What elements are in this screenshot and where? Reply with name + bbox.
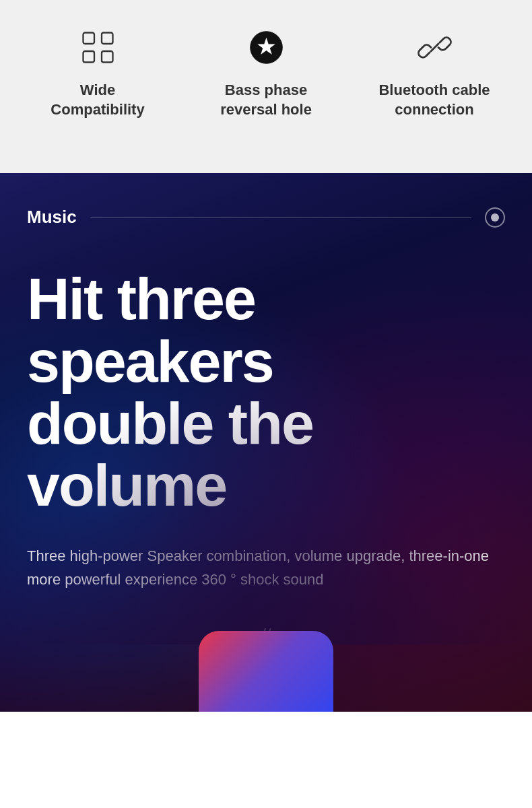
svg-rect-0: [83, 32, 94, 44]
music-header: Music: [27, 207, 505, 228]
features-grid: Wide Compatibility Bass phase reversal h…: [0, 0, 532, 146]
feature-bluetooth-cable: Bluetooth cable connection: [350, 13, 519, 133]
headline-line1: Hit three speakers: [27, 268, 505, 393]
music-divider-line: [90, 217, 471, 217]
link-chain-icon: [414, 27, 455, 67]
description-text: Three high-power Speaker combination, vo…: [27, 544, 498, 591]
wide-compatibility-label: Wide Compatibility: [51, 81, 144, 119]
svg-rect-2: [83, 51, 94, 63]
product-image-area: [199, 631, 333, 712]
main-headline: Hit three speakers double the volume: [27, 268, 505, 517]
bottom-section: Music Hit three speakers double the volu…: [0, 173, 532, 712]
bluetooth-cable-label: Bluetooth cable connection: [378, 81, 490, 119]
top-section: Wide Compatibility Bass phase reversal h…: [0, 0, 532, 173]
svg-rect-3: [102, 51, 113, 63]
headline-line2: double the volume: [27, 393, 505, 517]
diamond-grid-icon: [77, 27, 118, 67]
product-shape: [199, 631, 333, 712]
feature-bass-phase: Bass phase reversal hole: [182, 13, 350, 133]
bass-phase-label: Bass phase reversal hole: [220, 81, 312, 119]
music-section-label: Music: [27, 207, 77, 228]
music-dot-indicator: [485, 207, 505, 228]
star-circle-icon: [246, 27, 286, 67]
svg-rect-1: [102, 32, 113, 44]
feature-wide-compatibility: Wide Compatibility: [13, 13, 182, 133]
music-dot-inner: [491, 213, 499, 222]
